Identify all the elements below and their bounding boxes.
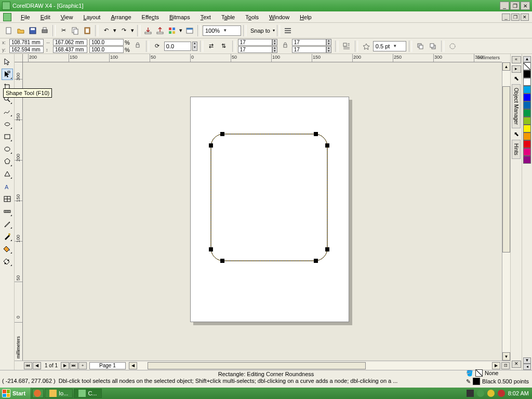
- node-tl-h[interactable]: [220, 132, 224, 136]
- redo-button[interactable]: ↷: [118, 25, 129, 36]
- interactive-tool[interactable]: [2, 206, 13, 217]
- interactive-fill-tool[interactable]: [2, 256, 13, 267]
- menu-edit[interactable]: Edit: [35, 13, 56, 21]
- add-page-button[interactable]: +: [78, 362, 87, 369]
- copy-button[interactable]: [70, 25, 81, 36]
- paste-button[interactable]: [82, 25, 93, 36]
- outline-width-combo[interactable]: 0.5 pt▼: [373, 41, 406, 51]
- menu-effects[interactable]: Effects: [137, 13, 164, 21]
- node-bl-v[interactable]: [209, 247, 213, 251]
- color-swatch-8[interactable]: [523, 132, 531, 140]
- node-br-v[interactable]: [325, 247, 329, 251]
- redo-dropdown[interactable]: ▾: [130, 25, 135, 36]
- color-swatch-6[interactable]: [523, 117, 531, 125]
- corner-tr-input[interactable]: [292, 39, 326, 46]
- tray-icon-4[interactable]: [498, 390, 505, 397]
- color-swatch-0[interactable]: [523, 70, 531, 78]
- color-swatch-1[interactable]: [523, 78, 531, 86]
- corner-bl-spinner[interactable]: ▲▼: [272, 46, 277, 53]
- menu-file[interactable]: File: [16, 13, 35, 21]
- table-tool[interactable]: [2, 193, 13, 205]
- color-swatch-10[interactable]: [523, 148, 531, 156]
- eyedropper-tool[interactable]: [2, 218, 13, 230]
- task-item-1[interactable]: Io...: [45, 389, 73, 398]
- width-input[interactable]: [53, 39, 87, 46]
- smart-fill-tool[interactable]: [2, 118, 13, 130]
- color-swatch-2[interactable]: [523, 86, 531, 94]
- polygon-tool[interactable]: [2, 156, 13, 167]
- fill-swatch[interactable]: [475, 369, 483, 377]
- scroll-left-button[interactable]: ◀: [129, 362, 137, 369]
- zoom-combo[interactable]: 100%▼: [203, 25, 241, 36]
- docker-hints[interactable]: Hints: [512, 140, 521, 159]
- tray-clock[interactable]: 8:02 AM: [508, 390, 529, 396]
- height-input[interactable]: [53, 46, 87, 53]
- options-button[interactable]: [282, 25, 294, 36]
- menu-tools[interactable]: Tools: [240, 13, 264, 21]
- node-tl-v[interactable]: [209, 143, 213, 148]
- docker-close-button[interactable]: ✕: [512, 361, 521, 368]
- snap-dropdown[interactable]: ▾: [273, 28, 275, 33]
- corner-tl-input[interactable]: [238, 39, 272, 46]
- mirror-v-button[interactable]: ⇅: [218, 41, 230, 52]
- color-swatch-9[interactable]: [523, 140, 531, 148]
- node-br-h[interactable]: [314, 259, 318, 263]
- freehand-tool[interactable]: [2, 106, 13, 117]
- scale-x-input[interactable]: [89, 39, 124, 46]
- app-launcher-dropdown[interactable]: ▾: [178, 25, 183, 36]
- start-button[interactable]: Start: [0, 388, 31, 399]
- menu-bitmaps[interactable]: Bitmaps: [164, 13, 195, 21]
- y-input[interactable]: [9, 46, 44, 53]
- selected-rectangle[interactable]: [209, 132, 329, 263]
- prev-page-button[interactable]: ◀: [33, 362, 41, 369]
- first-page-button[interactable]: ⏮: [24, 362, 32, 369]
- close-button[interactable]: ✕: [521, 2, 530, 10]
- scroll-down-button[interactable]: ▼: [502, 352, 510, 361]
- scroll-right-button[interactable]: ▶: [492, 362, 500, 369]
- vscroll-thumb[interactable]: [502, 86, 510, 252]
- drawing-canvas[interactable]: [23, 62, 502, 361]
- menu-table[interactable]: Table: [216, 13, 240, 21]
- rotation-input[interactable]: [164, 42, 191, 51]
- app-launcher-button[interactable]: [166, 25, 178, 36]
- menu-view[interactable]: View: [56, 13, 78, 21]
- maximize-button[interactable]: ❐: [510, 2, 520, 10]
- horizontal-scrollbar[interactable]: ◀ ▶: [129, 362, 500, 369]
- open-button[interactable]: [15, 25, 26, 36]
- print-button[interactable]: [39, 25, 50, 36]
- menu-arrange[interactable]: Arrange: [105, 13, 136, 21]
- last-page-button[interactable]: ⏭: [70, 362, 78, 369]
- hscroll-thumb[interactable]: [148, 362, 366, 369]
- node-bl-h[interactable]: [220, 259, 224, 263]
- vertical-scrollbar[interactable]: ▲ ▼: [502, 62, 510, 361]
- lock-ratio-button[interactable]: [132, 41, 143, 52]
- import-button[interactable]: [142, 25, 154, 36]
- export-button[interactable]: [154, 25, 166, 36]
- scroll-up-button[interactable]: ▲: [502, 62, 510, 71]
- color-swatch-7[interactable]: [523, 125, 531, 132]
- shape-tool[interactable]: [2, 69, 13, 80]
- menu-help[interactable]: Help: [295, 13, 317, 21]
- corner-bl-input[interactable]: [238, 46, 272, 53]
- rotation-spinner[interactable]: ▲▼: [192, 42, 197, 51]
- scale-y-input[interactable]: [89, 46, 124, 53]
- node-tr-v[interactable]: [325, 143, 329, 148]
- corner-tl-spinner[interactable]: ▲▼: [272, 39, 277, 46]
- next-page-button[interactable]: ▶: [61, 362, 69, 369]
- welcome-button[interactable]: [184, 25, 195, 36]
- palette-down-button[interactable]: ▼: [523, 357, 531, 364]
- menu-layout[interactable]: Layout: [78, 13, 105, 21]
- menu-text[interactable]: Text: [195, 13, 216, 21]
- basic-shapes-tool[interactable]: [2, 168, 13, 180]
- to-front-button[interactable]: [415, 41, 426, 52]
- corner-lock-button[interactable]: [280, 41, 291, 52]
- new-button[interactable]: [3, 25, 15, 36]
- corner-br-spinner[interactable]: ▲▼: [326, 46, 331, 53]
- color-none[interactable]: [523, 62, 531, 70]
- zoom-page-button[interactable]: ⊡: [501, 362, 510, 369]
- color-swatch-4[interactable]: [523, 101, 531, 109]
- corner-br-input[interactable]: [292, 46, 326, 53]
- ruler-vertical[interactable]: millimeters 300250200150100500: [15, 62, 23, 361]
- color-swatch-5[interactable]: [523, 109, 531, 117]
- color-swatch-11[interactable]: [523, 156, 531, 164]
